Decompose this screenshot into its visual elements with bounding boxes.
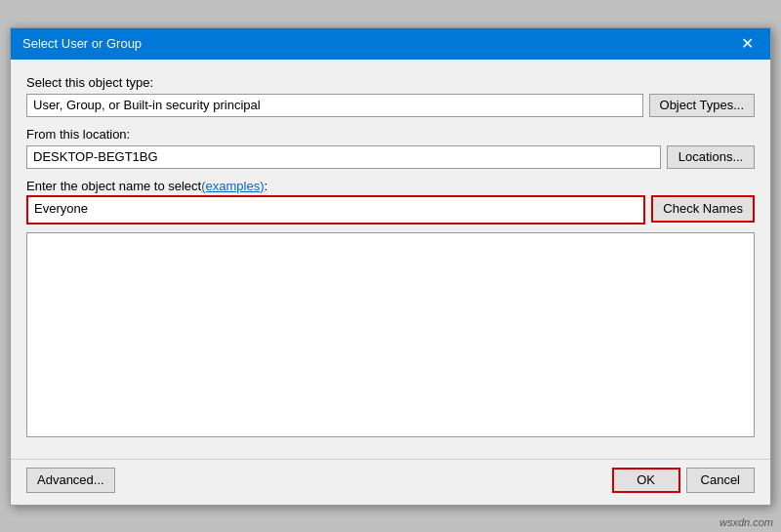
object-types-button[interactable]: Object Types... — [649, 94, 755, 117]
dialog-body: Select this object type: Object Types...… — [11, 60, 770, 459]
watermark: wsxdn.com — [719, 516, 773, 528]
close-button[interactable]: ✕ — [735, 32, 759, 56]
object-name-section-label: Enter the object name to select(examples… — [26, 179, 755, 193]
location-input-row: Locations... — [26, 145, 755, 169]
location-row: From this location: Locations... — [26, 127, 755, 169]
object-type-input[interactable] — [26, 94, 643, 117]
object-name-examples-link[interactable]: (examples) — [201, 179, 264, 193]
locations-button[interactable]: Locations... — [667, 145, 755, 169]
advanced-button[interactable]: Advanced... — [26, 468, 115, 493]
object-name-box — [26, 195, 645, 225]
object-name-label-text: Enter the object name to select — [26, 179, 201, 193]
footer-right: OK Cancel — [612, 468, 755, 493]
location-label: From this location: — [26, 127, 755, 142]
object-name-section: Enter the object name to select(examples… — [26, 179, 755, 225]
location-input[interactable] — [26, 145, 661, 169]
object-name-input-row: Check Names — [26, 195, 755, 225]
object-type-label: Select this object type: — [26, 75, 755, 90]
object-type-input-row: Object Types... — [26, 94, 755, 117]
object-type-row: Select this object type: Object Types... — [26, 75, 755, 117]
title-bar: Select User or Group ✕ — [11, 28, 770, 60]
dialog-title: Select User or Group — [22, 36, 142, 51]
footer-left: Advanced... — [26, 468, 115, 493]
check-names-button[interactable]: Check Names — [651, 195, 755, 223]
select-user-group-dialog: Select User or Group ✕ Select this objec… — [10, 27, 771, 506]
object-name-input[interactable] — [28, 197, 643, 220]
ok-button[interactable]: OK — [612, 468, 680, 493]
dialog-footer: Advanced... OK Cancel — [11, 459, 770, 505]
object-list-area — [26, 232, 755, 437]
object-name-colon: : — [265, 179, 268, 193]
cancel-button[interactable]: Cancel — [686, 468, 755, 493]
